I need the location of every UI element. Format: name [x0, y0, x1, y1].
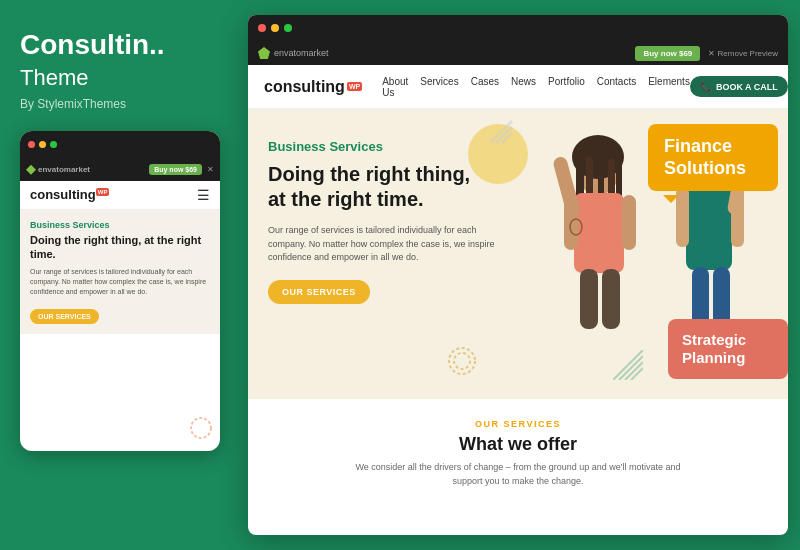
mobile-our-services-btn[interactable]: OUR SERVICES: [30, 309, 99, 324]
people-illustration: FinanceSolutions StrategicPlanning: [508, 109, 788, 399]
nav-cases[interactable]: Cases: [471, 76, 499, 98]
mobile-business-services: Business Services: [30, 220, 210, 230]
hero-description: Our range of services is tailored indivi…: [268, 224, 508, 265]
mobile-top-bar: [20, 131, 220, 159]
theme-subtitle: Theme: [20, 65, 88, 91]
site-logo: consultingWP: [264, 78, 362, 96]
envato-leaf-icon: [26, 165, 36, 175]
nav-news[interactable]: News: [511, 76, 536, 98]
dot-yellow: [39, 141, 46, 148]
strategic-bubble: StrategicPlanning: [668, 319, 788, 379]
mobile-site-nav: consultingWP ☰: [20, 181, 220, 210]
svg-rect-11: [574, 193, 624, 273]
envato-logo: envatomarket: [26, 165, 90, 175]
svg-rect-13: [622, 195, 636, 250]
dot-red: [28, 141, 35, 148]
desktop-mockup: envatomarket Buy now $69 ✕ Remove Previe…: [248, 15, 788, 535]
svg-rect-16: [602, 269, 620, 329]
mobile-hero: Business Services Doing the right thing,…: [20, 210, 220, 334]
our-services-btn[interactable]: OUR SERVICES: [268, 280, 370, 304]
remove-btn-mobile[interactable]: ✕: [207, 165, 214, 174]
svg-rect-25: [686, 185, 732, 270]
envato-market-logo: envatomarket: [258, 47, 329, 59]
dot-green: [50, 141, 57, 148]
what-we-offer-section: OUR SERVICES What we offer We consider a…: [248, 399, 788, 508]
mobile-mockup: envatomarket Buy now $69 ✕ consultingWP …: [20, 131, 220, 451]
buy-btn-mobile[interactable]: Buy now $69: [149, 164, 202, 175]
desktop-hero: Business Services Doing the right thing,…: [248, 109, 788, 399]
nav-contacts[interactable]: Contacts: [597, 76, 636, 98]
nav-portfolio[interactable]: Portfolio: [548, 76, 585, 98]
desktop-site-nav: consultingWP About Us Services Cases New…: [248, 65, 788, 109]
left-panel: Consultin.. Theme By StylemixThemes enva…: [0, 0, 240, 550]
mobile-hero-title: Doing the right thing, at the right time…: [30, 233, 210, 262]
dot-red-desktop: [258, 24, 266, 32]
hamburger-icon[interactable]: ☰: [197, 187, 210, 203]
stripe-deco-bottom: [448, 347, 476, 379]
hero-main-title: Doing the right thing,at the right time.: [268, 162, 508, 212]
desktop-top-bar: [248, 15, 788, 41]
site-nav-links: About Us Services Cases News Portfolio C…: [382, 76, 690, 98]
dot-green-desktop: [284, 24, 292, 32]
envato-right-buttons: Buy now $69 ✕ Remove Preview: [635, 46, 778, 61]
hero-business-services: Business Services: [268, 139, 508, 154]
mobile-stripe-deco: [190, 417, 212, 443]
envato-leaf-icon: [258, 47, 270, 59]
buy-now-btn[interactable]: Buy now $69: [635, 46, 700, 61]
our-services-label: OUR SERVICES: [268, 419, 768, 429]
what-we-offer-desc: We consider all the drivers of change – …: [343, 461, 693, 488]
nav-about[interactable]: About Us: [382, 76, 408, 98]
book-call-btn[interactable]: 📞 BOOK A CALL: [690, 76, 788, 97]
hero-text-area: Business Services Doing the right thing,…: [248, 109, 528, 399]
mobile-envato-bar: envatomarket Buy now $69 ✕: [20, 159, 220, 181]
svg-rect-15: [580, 269, 598, 329]
mobile-logo: consultingWP: [30, 187, 109, 202]
mobile-hero-desc: Our range of services is tailored indivi…: [30, 267, 210, 296]
nav-services[interactable]: Services: [420, 76, 458, 98]
svg-point-32: [454, 353, 470, 369]
dot-yellow-desktop: [271, 24, 279, 32]
svg-point-0: [191, 418, 211, 438]
finance-bubble: FinanceSolutions: [648, 124, 778, 191]
theme-title: Consultin..: [20, 30, 165, 61]
desktop-envato-bar: envatomarket Buy now $69 ✕ Remove Previe…: [248, 41, 788, 65]
nav-elements[interactable]: Elements: [648, 76, 690, 98]
theme-author: By StylemixThemes: [20, 97, 126, 111]
svg-point-31: [449, 348, 475, 374]
what-we-offer-title: What we offer: [268, 434, 768, 455]
remove-preview-btn[interactable]: ✕ Remove Preview: [708, 49, 778, 58]
